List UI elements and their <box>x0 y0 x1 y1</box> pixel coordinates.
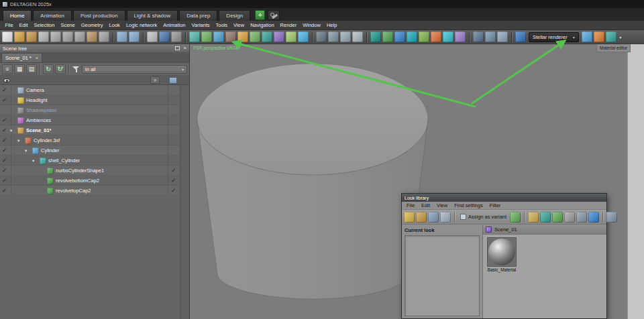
menu-navigation[interactable]: Navigation <box>248 21 277 30</box>
close-panel-icon[interactable]: × <box>183 46 186 51</box>
variant-cube-lightcyan-icon[interactable] <box>443 31 453 42</box>
menu-variants[interactable]: Variants <box>189 21 213 30</box>
tree-view-button[interactable]: ▦ <box>14 64 25 74</box>
menu-animation[interactable]: Animation <box>160 21 189 30</box>
menu-look[interactable]: Look <box>106 21 123 30</box>
material-sphere-teal-icon[interactable] <box>189 31 200 42</box>
tree-row-shadowplane[interactable]: Shadowplane <box>0 105 180 115</box>
visibility-check-icon[interactable]: ✓ <box>2 86 7 93</box>
visibility-check-icon[interactable]: ✓ <box>2 167 7 174</box>
variant-cube-violet-icon[interactable] <box>455 31 466 42</box>
tree-row-cylinder[interactable]: ✓▾Cylinder <box>0 145 180 155</box>
toolbar-overflow-arrow[interactable]: ▾ <box>616 32 625 42</box>
tree-row-scene-01[interactable]: ✓▾Scene_01* <box>0 125 180 135</box>
refresh-button[interactable]: ↻ <box>43 64 54 74</box>
row-check-right-icon[interactable]: ✓ <box>171 177 176 184</box>
look-menu-edit[interactable]: Edit <box>418 202 433 208</box>
material-tile[interactable]: Basic_Material <box>486 237 518 272</box>
expander-icon[interactable]: ▾ <box>32 158 34 164</box>
scene-tree-scrollbar[interactable] <box>180 85 189 319</box>
copy-icon[interactable] <box>74 31 85 42</box>
geometry-cube-skyblue-icon[interactable] <box>298 31 309 42</box>
material-sphere-green-icon[interactable] <box>201 31 212 42</box>
visibility-check-icon[interactable]: ✓ <box>2 137 7 143</box>
material-cube-icon[interactable] <box>606 31 616 42</box>
variant-cube-teal-icon[interactable] <box>370 31 381 42</box>
color-picker-icon[interactable] <box>594 31 604 42</box>
look-cube-teal-icon[interactable] <box>540 212 551 222</box>
tree-row-revolvebottomcap2[interactable]: ✓revolvebottomCap2✓ <box>0 176 180 186</box>
tree-row-ambiences[interactable]: ✓Ambiences <box>0 115 180 125</box>
ribbon-tab-animation[interactable]: Animation <box>33 10 72 21</box>
look-dot-icon[interactable] <box>564 212 575 222</box>
look-menu-find-settings[interactable]: Find settings <box>451 202 486 208</box>
close-tab-icon[interactable]: × <box>36 56 38 60</box>
look-panels-icon[interactable] <box>428 212 439 222</box>
scene-tool-3-icon[interactable] <box>497 31 508 42</box>
filter-funnel-icon[interactable] <box>72 65 80 73</box>
import-icon[interactable] <box>26 31 37 42</box>
assign-as-variant-control[interactable]: Assign as variant <box>460 214 506 220</box>
row-check-right-icon[interactable]: ✓ <box>171 187 176 194</box>
visibility-check-icon[interactable]: ✓ <box>2 177 7 184</box>
ribbon-tab-design[interactable]: Design <box>219 10 250 21</box>
world-icon[interactable] <box>159 31 170 42</box>
menu-geometry[interactable]: Geometry <box>78 21 106 30</box>
render-globe-icon[interactable] <box>515 31 526 42</box>
expander-icon[interactable]: ▾ <box>25 148 27 153</box>
scene-tool-icon[interactable] <box>473 31 484 42</box>
select-icon[interactable] <box>147 31 158 42</box>
wrench-settings-button[interactable] <box>268 10 280 20</box>
menu-file[interactable]: File <box>2 21 16 30</box>
visibility-check-icon[interactable]: ✓ <box>2 147 7 153</box>
look-cube-yellow-icon[interactable] <box>528 212 539 222</box>
tree-columns-button[interactable]: ▤ <box>26 64 37 74</box>
expander-icon[interactable]: ▾ <box>10 128 12 133</box>
geometry-cube-lime-icon[interactable] <box>286 31 297 42</box>
tree-row-camera[interactable]: ✓Camera <box>0 85 180 95</box>
scene-tool-2-icon[interactable] <box>485 31 496 42</box>
expander-icon[interactable]: ▾ <box>17 138 19 143</box>
visibility-check-icon[interactable]: ✓ <box>2 117 7 123</box>
menu-scene[interactable]: Scene <box>58 21 78 30</box>
variant-cube-green-icon[interactable] <box>382 31 393 42</box>
variant-cube-orange-icon[interactable] <box>431 31 441 42</box>
delete-icon[interactable] <box>99 31 109 42</box>
camera-tool-icon[interactable] <box>171 31 182 42</box>
look-folder-icon[interactable] <box>416 212 427 222</box>
variant-cube-cyan-icon[interactable] <box>407 31 417 42</box>
open-folder-icon[interactable] <box>14 31 25 42</box>
ribbon-tab-post-production[interactable]: Post production <box>73 10 125 21</box>
tree-row-revolvetopcap2[interactable]: ✓revolvetopCap2✓ <box>0 186 180 196</box>
current-look-list[interactable] <box>405 235 480 316</box>
save-as-icon[interactable] <box>50 31 61 42</box>
add-workspace-button[interactable]: + <box>255 10 265 20</box>
visibility-column-eye-icon[interactable] <box>3 78 10 82</box>
tree-row-nurbscylindershape1[interactable]: ✓nurbsCylinderShape1✓ <box>0 166 180 176</box>
look-menu-view[interactable]: View <box>433 202 451 208</box>
visibility-check-icon[interactable]: ✓ <box>2 187 7 194</box>
geometry-cube-brown-icon[interactable] <box>225 31 236 42</box>
menu-window[interactable]: Window <box>300 21 324 30</box>
measure-tool-icon[interactable] <box>340 31 351 42</box>
assign-variant-icon[interactable] <box>510 212 521 222</box>
filter-scope-dropdown[interactable]: in all ▾ <box>82 65 187 74</box>
assign-variant-checkbox[interactable] <box>460 214 466 220</box>
save-icon[interactable] <box>38 31 49 42</box>
look-library-titlebar[interactable]: Look library <box>402 194 606 202</box>
look-grid-icon[interactable] <box>576 212 587 222</box>
visibility-check-icon[interactable]: ✓ <box>2 127 7 133</box>
geometry-cube-orange-icon[interactable] <box>237 31 248 42</box>
material-thumbnail[interactable] <box>487 237 517 267</box>
geometry-cube-green-icon[interactable] <box>250 31 260 42</box>
geometry-cube-purple-icon[interactable] <box>274 31 284 42</box>
look-menu-file[interactable]: File <box>403 202 418 208</box>
new-file-icon[interactable] <box>2 31 13 42</box>
paste-icon[interactable] <box>87 31 97 42</box>
collapsed-right-panel[interactable] <box>627 44 644 319</box>
render-view-icon[interactable] <box>582 31 592 42</box>
ribbon-tab-data-prep[interactable]: Data prep <box>179 10 217 21</box>
variant-cube-lime-icon[interactable] <box>419 31 429 42</box>
undo-icon[interactable] <box>117 31 127 42</box>
visibility-check-icon[interactable]: ✓ <box>2 157 7 164</box>
